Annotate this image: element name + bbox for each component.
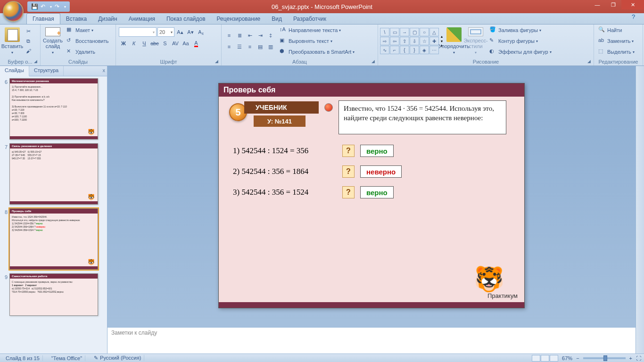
panel-tab-slides[interactable]: Слайды bbox=[0, 66, 29, 76]
shape-arr-u[interactable]: ⇧ bbox=[400, 37, 409, 45]
shape-brace2[interactable]: } bbox=[410, 46, 419, 54]
fit-to-window-button[interactable]: ⛶ bbox=[636, 355, 641, 361]
slide-thumbnail-8[interactable]: Проверь себя Известно, что 1524·356=5425… bbox=[9, 208, 98, 270]
shape-effects-button[interactable]: ◐Эффекты для фигур▾ bbox=[487, 47, 554, 57]
align-right-button[interactable]: ≡ bbox=[245, 42, 255, 51]
tab-design[interactable]: Дизайн bbox=[92, 14, 123, 24]
font-family-combo[interactable]: ▾ bbox=[119, 27, 157, 37]
slide-thumbnail-9[interactable]: Самостоятельная работа С помощью умножен… bbox=[9, 273, 98, 316]
shape-oval[interactable]: ○ bbox=[420, 28, 429, 36]
help-icon[interactable]: ? bbox=[632, 13, 641, 23]
save-icon[interactable]: 💾 bbox=[31, 3, 38, 10]
zoom-slider[interactable] bbox=[583, 357, 626, 359]
align-text-button[interactable]: ▣Выровнять текст▾ bbox=[277, 36, 357, 46]
justify-button[interactable]: ▤ bbox=[256, 42, 265, 51]
text-direction-button[interactable]: ↕AНаправление текста▾ bbox=[277, 25, 357, 35]
char-spacing-button[interactable]: AV bbox=[171, 39, 180, 48]
increase-indent-button[interactable]: ⇥ bbox=[256, 31, 265, 40]
shape-fill-button[interactable]: 🪣Заливка фигуры▾ bbox=[487, 25, 554, 35]
align-center-button[interactable]: ☰ bbox=[235, 42, 244, 51]
zoom-out-button[interactable]: − bbox=[576, 355, 579, 361]
tab-review[interactable]: Рецензирование bbox=[211, 14, 266, 24]
shape-tri[interactable]: △ bbox=[429, 28, 439, 36]
replace-button[interactable]: abЗаменить▾ bbox=[596, 36, 641, 46]
bullets-button[interactable]: ≡ bbox=[224, 31, 234, 40]
slide-canvas[interactable]: Проверь себя 5 УЧЕБНИК У: №141 Известно,… bbox=[107, 66, 636, 327]
shape-more[interactable]: ⋯ bbox=[429, 46, 439, 54]
notes-pane[interactable]: Заметки к слайду bbox=[107, 327, 636, 354]
shadow-button[interactable]: S bbox=[160, 39, 170, 48]
close-button[interactable]: ✕ bbox=[621, 0, 644, 9]
zoom-level[interactable]: 67% bbox=[562, 355, 572, 361]
delete-slide-button[interactable]: ✕Удалить bbox=[64, 47, 111, 57]
arrange-button[interactable]: Упорядочить ▾ bbox=[444, 26, 464, 56]
zoom-in-button[interactable]: + bbox=[629, 355, 632, 361]
clipboard-launcher[interactable]: ◢ bbox=[33, 59, 38, 65]
grow-font-button[interactable]: A▴ bbox=[175, 27, 185, 37]
decrease-indent-button[interactable]: ⇤ bbox=[245, 31, 255, 40]
copy-button[interactable]: ⧉ bbox=[24, 36, 33, 46]
qat-customize[interactable]: ▾ bbox=[64, 5, 66, 9]
shape-callout[interactable]: ◈ bbox=[420, 46, 429, 54]
shape-rect[interactable]: ▭ bbox=[390, 28, 399, 36]
find-button[interactable]: 🔍Найти bbox=[596, 25, 641, 35]
new-slide-button[interactable]: Создать слайд ▾ bbox=[42, 26, 63, 56]
shape-brace[interactable]: { bbox=[400, 46, 409, 54]
shape-arrow[interactable]: → bbox=[400, 28, 409, 36]
panel-close-button[interactable]: x bbox=[103, 67, 106, 73]
tab-slideshow[interactable]: Показ слайдов bbox=[161, 14, 211, 24]
shape-conn[interactable]: ⌐ bbox=[390, 46, 399, 54]
sorter-view-button[interactable] bbox=[541, 355, 549, 362]
format-painter-button[interactable]: 🖌 bbox=[24, 46, 33, 56]
shape-arr-d[interactable]: ⇩ bbox=[410, 37, 419, 45]
shape-line[interactable]: \ bbox=[380, 28, 389, 36]
office-button[interactable] bbox=[3, 1, 25, 24]
change-case-button[interactable]: Aa bbox=[181, 39, 190, 48]
paste-dropdown[interactable]: ▾ bbox=[11, 50, 13, 55]
italic-button[interactable]: К bbox=[129, 39, 139, 48]
maximize-button[interactable]: ❐ bbox=[605, 0, 621, 9]
tab-developer[interactable]: Разработчик bbox=[288, 14, 332, 24]
shape-arr-r[interactable]: ⇨ bbox=[380, 37, 389, 45]
shape-plus[interactable]: ✚ bbox=[429, 37, 439, 45]
minimize-button[interactable]: — bbox=[589, 0, 605, 9]
paragraph-launcher[interactable]: ◢ bbox=[370, 59, 376, 65]
slideshow-view-button[interactable] bbox=[550, 355, 558, 362]
shape-curve[interactable]: ∿ bbox=[380, 46, 389, 54]
panel-tab-outline[interactable]: Структура bbox=[29, 66, 64, 76]
underline-button[interactable]: Ч bbox=[140, 39, 149, 48]
thumbnail-list[interactable]: 6 Математическая разминка 1) Прочитайте … bbox=[0, 76, 107, 354]
reset-button[interactable]: ↺Восстановить bbox=[64, 36, 111, 46]
tab-view[interactable]: Вид bbox=[266, 14, 288, 24]
shrink-font-button[interactable]: A▾ bbox=[186, 27, 195, 37]
quick-styles-button[interactable]: Экспресс-стили ▾ bbox=[465, 26, 486, 56]
current-slide[interactable]: Проверь себя 5 УЧЕБНИК У: №141 Известно,… bbox=[218, 83, 525, 308]
smartart-button[interactable]: ⬢Преобразовать в SmartArt▾ bbox=[277, 47, 357, 57]
tab-animation[interactable]: Анимация bbox=[123, 14, 161, 24]
shape-outline-button[interactable]: ✎Контур фигуры▾ bbox=[487, 36, 554, 46]
tab-home[interactable]: Главная bbox=[26, 13, 60, 24]
status-language[interactable]: ✎Русский (Россия) bbox=[91, 355, 144, 361]
shape-star[interactable]: ☆ bbox=[420, 37, 429, 45]
shape-arr-l[interactable]: ⇦ bbox=[390, 37, 399, 45]
undo-icon[interactable]: ↶ bbox=[41, 3, 47, 10]
layout-button[interactable]: ▦Макет▾ bbox=[64, 25, 111, 35]
question-button-3[interactable]: ? bbox=[342, 186, 355, 198]
columns-button[interactable]: ▥ bbox=[266, 42, 275, 51]
normal-view-button[interactable] bbox=[532, 355, 540, 362]
shape-rect2[interactable]: ▢ bbox=[410, 28, 419, 36]
font-size-combo[interactable]: 20▾ bbox=[157, 27, 174, 37]
clear-format-button[interactable]: Aᵪ bbox=[196, 27, 206, 37]
font-launcher[interactable]: ◢ bbox=[214, 59, 219, 65]
paste-button[interactable]: Вставить ▾ bbox=[2, 26, 23, 56]
shapes-gallery[interactable]: \ ▭ → ▢ ○ △ ⇨ ⇦ ⇧ ⇩ ☆ ✚ ∿ ⌐ { } ◈ ⋯ bbox=[380, 28, 439, 54]
vertical-scrollbar[interactable] bbox=[636, 66, 644, 354]
align-left-button[interactable]: ≡ bbox=[224, 42, 234, 51]
select-button[interactable]: ⬚Выделить▾ bbox=[596, 47, 641, 57]
drawing-launcher[interactable]: ◢ bbox=[586, 59, 592, 65]
slide-thumbnail-7[interactable]: Связь умножения и деления а) 945:35=2727… bbox=[9, 143, 98, 205]
line-spacing-button[interactable]: ‡ bbox=[266, 31, 275, 40]
font-color-button[interactable]: A bbox=[191, 39, 201, 48]
undo-dropdown[interactable]: ▾ bbox=[50, 5, 52, 9]
redo-icon[interactable]: ↷ bbox=[55, 3, 61, 10]
